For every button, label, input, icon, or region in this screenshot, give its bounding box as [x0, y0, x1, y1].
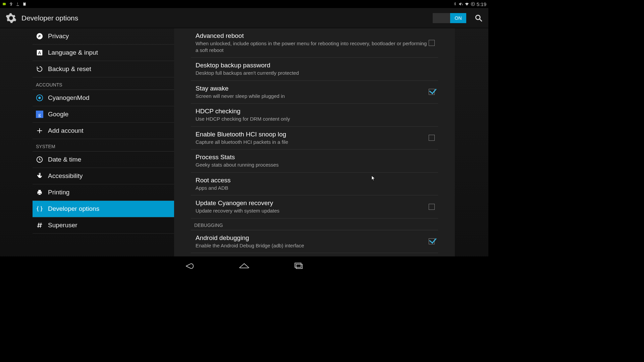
sidebar-item-superuser[interactable]: Superuser [33, 217, 174, 234]
status-icon-clipboard [22, 2, 27, 6]
sidebar-item-backup[interactable]: Backup & reset [33, 61, 174, 77]
pref-sub: Capture all bluetooth HCI packets in a f… [196, 139, 429, 145]
checkbox[interactable] [429, 204, 435, 210]
pref-title: Desktop backup password [196, 62, 435, 69]
svg-rect-26 [296, 264, 302, 268]
svg-line-23 [38, 223, 39, 228]
pref-android-debugging[interactable]: Android debugging Enable the Android Deb… [191, 230, 438, 253]
plus-icon [36, 127, 43, 134]
home-button[interactable] [237, 260, 252, 270]
developer-options-master-toggle[interactable]: ON [433, 13, 466, 23]
action-bar: Developer options ON [0, 8, 488, 28]
pref-sub: Enable the Android Debug Bridge (adb) in… [196, 242, 429, 249]
sidebar-item-cyanogen[interactable]: CyanogenMod [33, 90, 174, 106]
svg-line-7 [480, 19, 482, 21]
pref-stay-awake[interactable]: Stay awake Screen will never sleep while… [191, 81, 438, 104]
sidebar-item-label: Google [48, 111, 68, 118]
pref-root-access[interactable]: Root access Apps and ADB [191, 173, 438, 196]
pref-usb-debugging-notify[interactable]: USB debugging notify [191, 253, 438, 256]
search-icon[interactable] [474, 14, 483, 22]
pref-sub: Screen will never sleep while plugged in [196, 93, 429, 100]
svg-line-4 [461, 3, 463, 5]
svg-text:A: A [38, 50, 41, 55]
svg-rect-19 [38, 190, 41, 192]
status-bar: 5:19 [0, 0, 488, 8]
sidebar-item-label: Date & time [48, 156, 81, 163]
back-button[interactable] [182, 260, 197, 270]
toggle-on-label: ON [450, 13, 466, 23]
checkbox[interactable] [429, 89, 435, 95]
svg-point-6 [476, 15, 480, 19]
pref-title: Update Cyanogen recovery [196, 199, 429, 207]
clock-icon [36, 156, 43, 163]
pref-process-stats[interactable]: Process Stats Geeky stats about running … [191, 149, 438, 173]
status-icon-usb [9, 2, 13, 6]
pref-sub: Desktop full backups aren't currently pr… [196, 70, 435, 76]
sidebar-item-add-account[interactable]: Add account [33, 123, 174, 139]
svg-text:g: g [38, 112, 41, 117]
status-icon-mute [459, 2, 463, 6]
sidebar-item-printing[interactable]: Printing [33, 184, 174, 201]
checkbox[interactable] [429, 135, 435, 141]
checkbox[interactable] [429, 40, 435, 46]
status-icon-power [471, 2, 475, 6]
sidebar-header-system: SYSTEM [33, 139, 174, 152]
pref-sub: Update recovery with system updates [196, 207, 429, 214]
pref-sub: Apps and ADB [196, 185, 435, 191]
pref-hdcp-checking[interactable]: HDCP checking Use HDCP checking for DRM … [191, 104, 438, 127]
pref-sub: Use HDCP checking for DRM content only [196, 116, 435, 122]
status-icon-download [15, 2, 20, 6]
recents-button[interactable] [292, 260, 307, 270]
braces-icon [36, 205, 43, 213]
pref-sub: Geeky stats about running processes [196, 162, 435, 168]
settings-detail-pane: Advanced reboot When unlocked, include o… [174, 28, 488, 256]
pref-title: Stay awake [196, 85, 429, 92]
status-time: 5:19 [477, 1, 486, 7]
sidebar-item-date-time[interactable]: Date & time [33, 152, 174, 168]
sidebar-item-label: Printing [48, 189, 69, 196]
pref-title: Root access [196, 177, 435, 184]
svg-rect-0 [3, 3, 5, 5]
svg-rect-20 [38, 193, 41, 195]
hand-icon [36, 172, 43, 180]
print-icon [36, 189, 43, 196]
backup-icon [36, 65, 43, 73]
status-icon-bt [452, 2, 457, 6]
pref-title: Advanced reboot [196, 32, 429, 40]
pref-advanced-reboot[interactable]: Advanced reboot When unlocked, include o… [191, 28, 438, 58]
pref-title: Process Stats [196, 154, 435, 161]
svg-point-12 [38, 97, 41, 99]
language-icon: A [36, 49, 43, 56]
status-icon-battery [2, 2, 7, 6]
google-icon: g [36, 111, 43, 118]
nav-bar [0, 256, 488, 275]
settings-gear-icon [5, 12, 17, 24]
svg-line-24 [40, 223, 41, 228]
section-header-debugging: DEBUGGING [191, 219, 438, 230]
sidebar-item-google[interactable]: g Google [33, 106, 174, 123]
pref-title: HDCP checking [196, 108, 435, 115]
pref-sub: When unlocked, include options in the po… [196, 40, 429, 53]
sidebar-item-accessibility[interactable]: Accessibility [33, 168, 174, 184]
sidebar-item-label: CyanogenMod [48, 94, 90, 102]
sidebar-item-label: Add account [48, 127, 84, 134]
checkbox[interactable] [429, 238, 435, 244]
settings-sidebar: Privacy A Language & input Backup & rese… [0, 28, 174, 256]
sidebar-item-developer-options[interactable]: Developer options [33, 201, 174, 217]
svg-rect-1 [6, 3, 6, 5]
hash-icon [36, 222, 43, 229]
sidebar-item-label: Accessibility [48, 172, 83, 180]
sidebar-item-label: Superuser [48, 222, 77, 229]
status-icon-wifi [465, 2, 469, 6]
sidebar-header-accounts: ACCOUNTS [33, 77, 174, 90]
pref-desktop-backup-password[interactable]: Desktop backup password Desktop full bac… [191, 58, 438, 81]
pref-bt-hci-snoop[interactable]: Enable Bluetooth HCI snoop log Capture a… [191, 127, 438, 150]
pref-title: Enable Bluetooth HCI snoop log [196, 131, 429, 138]
sidebar-item-language[interactable]: A Language & input [33, 45, 174, 61]
pref-update-recovery[interactable]: Update Cyanogen recovery Update recovery… [191, 195, 438, 219]
page-title: Developer options [21, 14, 433, 22]
sidebar-item-privacy[interactable]: Privacy [33, 28, 174, 45]
svg-rect-3 [24, 2, 25, 3]
privacy-icon [36, 33, 43, 40]
sidebar-item-label: Privacy [48, 33, 69, 40]
